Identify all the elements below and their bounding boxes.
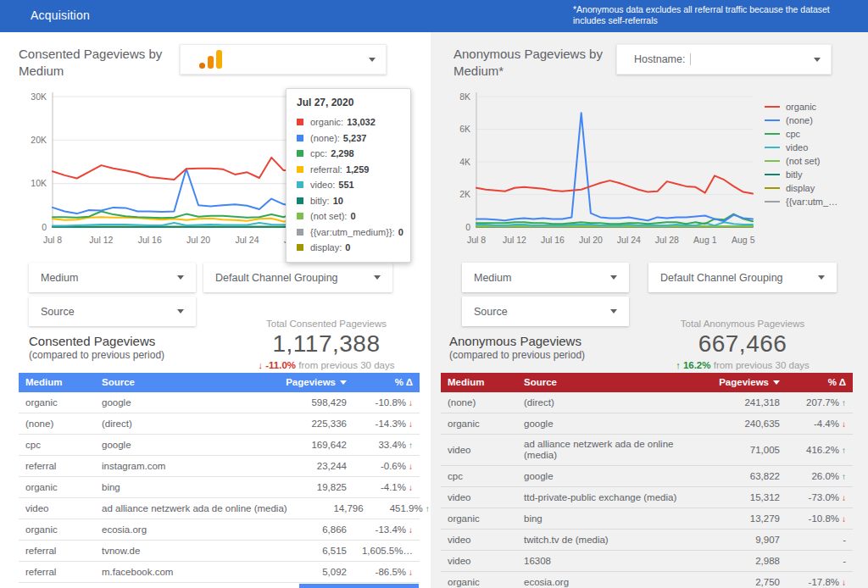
scorecard-delta-suffix: from previous 30 days: [298, 360, 394, 370]
hostname-picker[interactable]: Hostname:: [616, 44, 832, 75]
trend-down-icon: ↓: [409, 462, 413, 471]
table-row: organicbing13,279-10.8%↓: [441, 508, 853, 530]
legend-label: display: [786, 183, 815, 193]
tooltip-series-value: 551: [338, 180, 353, 190]
sort-descending-icon: [773, 380, 780, 385]
column-header-medium[interactable]: Medium: [25, 373, 102, 392]
delta-percent: 207.7%: [806, 397, 839, 408]
filter-source-label: Source: [41, 306, 75, 318]
series-swatch-icon: [297, 181, 303, 188]
trend-down-icon: ↓: [842, 493, 846, 502]
cell-delta: -: [780, 530, 846, 550]
tooltip-series-label: bitly:: [310, 196, 330, 206]
chevron-down-icon: [374, 275, 381, 280]
cell-delta: -4.1%↓: [347, 478, 413, 497]
cell-medium: organic: [25, 478, 102, 497]
cell-source: twitch.tv de (media): [524, 530, 707, 550]
column-header-pageviews[interactable]: Pageviews: [707, 373, 780, 392]
tooltip-series-value: 13,032: [347, 117, 376, 127]
svg-text:Jul 16: Jul 16: [138, 235, 162, 245]
delta-percent: 416.2%: [806, 445, 839, 455]
series-swatch-icon: [297, 119, 303, 125]
column-header-pageviews-label: Pageviews: [286, 377, 336, 388]
trend-down-icon: ↓: [842, 514, 846, 524]
filter-channel-label: Default Channel Grouping: [660, 272, 783, 284]
column-header-source[interactable]: Source: [524, 373, 707, 392]
cell-source: ecosia.org: [102, 520, 274, 540]
cell-source: bing: [102, 478, 274, 497]
table-row: organicecosia.org2,750-17.8%↓: [441, 572, 853, 588]
tooltip-series-label: organic:: [310, 117, 343, 127]
cell-pageviews: 241,318: [707, 393, 780, 413]
next-section-edge: [299, 584, 419, 588]
tooltip-item: (none):5,237: [297, 130, 400, 147]
page-header: Acquisition *Anonymous data excludes all…: [0, 0, 868, 32]
svg-text:4K: 4K: [459, 157, 470, 167]
delta-percent: -14.3%: [376, 419, 406, 429]
cell-delta: -4.4%↓: [780, 414, 846, 434]
cell-medium: organic: [448, 573, 524, 588]
legend-label: organic: [786, 102, 816, 112]
cell-pageviews: 71,005: [707, 441, 780, 460]
column-header-delta[interactable]: % Δ: [780, 373, 846, 392]
tooltip-item: (not set):0: [297, 208, 400, 225]
filter-medium[interactable]: Medium: [462, 263, 629, 292]
sort-descending-icon: [340, 380, 347, 385]
cell-medium: video: [448, 488, 524, 508]
column-header-pageviews[interactable]: Pageviews: [274, 373, 347, 392]
delta-percent: -: [843, 535, 846, 545]
legend-label: bitly: [786, 169, 803, 180]
svg-text:Jul 12: Jul 12: [89, 235, 113, 245]
table-row: video163082,988-: [441, 551, 853, 572]
tooltip-series-label: (not set):: [310, 211, 347, 221]
filter-medium[interactable]: Medium: [29, 263, 196, 292]
cell-source: google: [524, 414, 707, 434]
filter-source[interactable]: Source: [462, 297, 629, 326]
legend-label: video: [786, 142, 808, 153]
filter-medium-label: Medium: [41, 272, 78, 284]
legend-item: video: [765, 141, 866, 154]
data-source-picker[interactable]: [180, 44, 387, 75]
cell-source: (direct): [524, 393, 707, 413]
delta-percent: 451.9%: [390, 503, 423, 513]
filter-default-channel-grouping[interactable]: Default Channel Grouping: [648, 263, 837, 292]
table-row: cpcgoogle169,64233.4%↑: [19, 435, 420, 456]
series-swatch-icon: [297, 197, 303, 204]
svg-text:Jul 28: Jul 28: [655, 235, 679, 245]
cell-medium: organic: [25, 520, 102, 540]
svg-text:Aug 1: Aug 1: [693, 235, 717, 245]
header-note-line1: *Anonymous data excludes all referral tr…: [573, 4, 853, 15]
series-swatch-icon: [297, 229, 303, 236]
cell-medium: cpc: [25, 435, 102, 455]
chevron-down-icon: [369, 58, 376, 62]
scorecard-label: Total Consented Pageviews: [237, 319, 415, 329]
chevron-down-icon: [610, 309, 617, 313]
table-title-text: Consented Pageviews: [29, 334, 164, 348]
column-header-source[interactable]: Source: [102, 373, 274, 392]
anonymous-panel-title: Anonymous Pageviews by Medium*: [453, 46, 623, 80]
cell-pageviews: 63,822: [707, 467, 780, 486]
table-row: referralm.facebook.com5,092-86.5%↓: [19, 562, 420, 583]
consented-table: MediumSourcePageviews% Δorganicgoogle598…: [19, 373, 420, 583]
svg-text:Aug 5: Aug 5: [732, 235, 755, 245]
table-row: videotwitch.tv de (media)9,907-: [441, 530, 853, 551]
delta-percent: -17.8%: [809, 577, 839, 587]
legend-line-icon: [765, 160, 780, 163]
cell-source: m.facebook.com: [102, 563, 274, 582]
column-header-delta[interactable]: % Δ: [347, 373, 413, 392]
filter-source[interactable]: Source: [29, 297, 196, 326]
svg-text:0: 0: [42, 222, 47, 232]
svg-text:8K: 8K: [459, 92, 470, 102]
filter-default-channel-grouping[interactable]: Default Channel Grouping: [203, 263, 392, 292]
column-header-medium[interactable]: Medium: [448, 373, 524, 392]
svg-text:0: 0: [465, 222, 470, 232]
cell-source: ad alliance netzwerk ada de online (medi…: [102, 499, 291, 519]
chevron-down-icon: [177, 275, 184, 280]
anonymous-line-chart[interactable]: 02K4K6K8KJul 8Jul 12Jul 16Jul 20Jul 24Ju…: [442, 86, 765, 249]
legend-item: cpc: [765, 127, 866, 141]
legend-line-icon: [765, 147, 780, 149]
table-row: videottd-private-public exchange (media)…: [441, 487, 853, 508]
trend-down-icon: ↓: [409, 568, 413, 577]
cell-pageviews: 6,866: [274, 520, 347, 540]
cell-delta: -73.0%↓: [780, 488, 846, 508]
